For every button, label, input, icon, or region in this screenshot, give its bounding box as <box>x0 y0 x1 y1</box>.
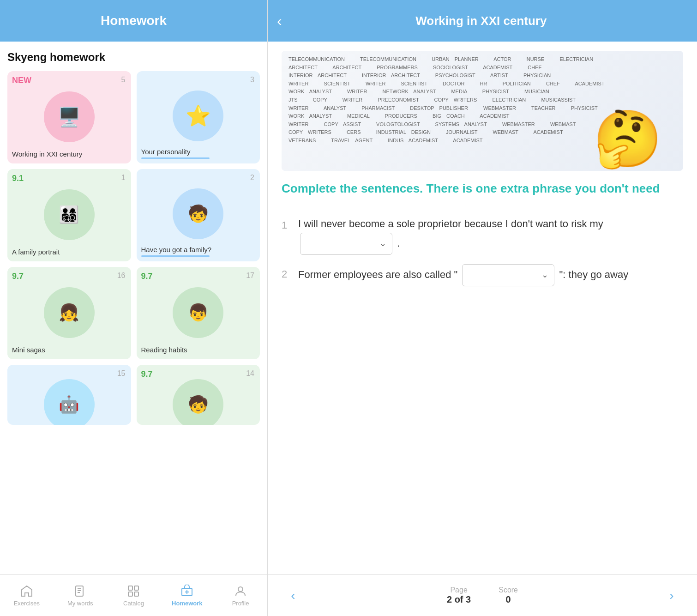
dropdown-2[interactable]: ⌄ <box>462 264 554 286</box>
illus-star: ⭐ <box>173 91 223 141</box>
card-label-5: Mini sagas <box>12 344 126 355</box>
svg-rect-1 <box>128 586 132 590</box>
left-content: Skyeng homework NEW 5 🖥️ Working in XXI … <box>0 42 267 574</box>
card-label-6: Reading habits <box>141 344 256 355</box>
right-panel: ‹ Working in XXI century TELECOMMUNICATI… <box>268 0 697 616</box>
illus-computer: 🖥️ <box>44 91 95 142</box>
svg-rect-2 <box>134 586 138 590</box>
card-badge-new: NEW <box>12 76 31 85</box>
svg-point-6 <box>238 587 243 592</box>
score-label: Score <box>499 586 518 594</box>
left-panel: Homework Skyeng homework NEW 5 🖥️ Workin… <box>0 0 268 616</box>
nav-item-mywords[interactable]: My words <box>62 584 99 607</box>
back-button[interactable]: ‹ <box>277 13 282 28</box>
card-count-2: 3 <box>250 76 254 84</box>
card-progress-4 <box>141 255 210 257</box>
card-label-2: Your personality <box>141 146 256 157</box>
card-image-4: 🧒 <box>141 183 256 244</box>
left-header-title: Homework <box>101 13 167 28</box>
illus-girl: 🧒 <box>173 188 223 239</box>
right-header: ‹ Working in XXI century <box>268 0 697 42</box>
thinking-person-emoji: 🤔 <box>593 111 662 166</box>
card-mini-sagas[interactable]: 9.7 16 👧 Mini sagas <box>7 267 131 359</box>
card-image-3: 👨‍👩‍👧‍👦 <box>12 183 126 246</box>
nav-label-profile: Profile <box>232 600 249 607</box>
dropdown-2-value <box>470 267 521 283</box>
card-image-1: 🖥️ <box>12 85 126 148</box>
exercise-num-1: 1 <box>282 215 291 233</box>
card-image-8: 🧒 <box>141 379 256 425</box>
right-content: TELECOMMUNICATION TELECOMMUNICATION URBA… <box>268 42 697 574</box>
section-title: Skyeng homework <box>7 51 260 64</box>
illus-boy: 👦 <box>173 287 223 338</box>
exercise-num-2: 2 <box>282 264 291 282</box>
card-image-7: 🤖 <box>12 379 126 425</box>
dropdown-1-value <box>308 236 359 252</box>
svg-rect-3 <box>128 592 132 596</box>
card-count-1: 5 <box>121 76 126 84</box>
card-badge-score-8: 9.7 <box>141 369 153 379</box>
card-image-6: 👦 <box>141 281 256 344</box>
card-count-8: 14 <box>246 369 254 378</box>
nav-label-mywords: My words <box>67 600 93 607</box>
dropdown-1[interactable]: ⌄ <box>300 233 392 255</box>
card-family-portrait[interactable]: 9.1 1 👨‍👩‍👧‍👦 A family portrait <box>7 169 131 261</box>
page-label: Page <box>450 586 467 594</box>
card-progress-2 <box>141 157 210 159</box>
svg-rect-4 <box>134 592 138 596</box>
card-grid: NEW 5 🖥️ Working in XXI century · 3 ⭐ <box>7 71 260 425</box>
nav-item-homework[interactable]: Homework <box>168 584 205 607</box>
card-got-family[interactable]: · 2 🧒 Have you got a family? <box>137 169 260 261</box>
nav-label-catalog: Catalog <box>123 600 144 607</box>
card-badge-score-3: 9.1 <box>12 174 24 183</box>
task-instruction: Complete the sentences. There is one ext… <box>282 180 683 197</box>
catalog-icon <box>126 584 140 598</box>
card-label-3: A family portrait <box>12 246 126 257</box>
card-image-2: ⭐ <box>141 85 256 146</box>
left-header: Homework <box>0 0 267 42</box>
dropdown-1-arrow: ⌄ <box>379 236 386 251</box>
card-extra1[interactable]: · 15 🤖 <box>7 365 131 425</box>
mywords-icon <box>73 584 87 598</box>
right-bottom-bar: ‹ Page 2 of 3 Score 0 › <box>268 574 697 616</box>
card-count-6: 17 <box>246 272 254 280</box>
exercise-list: 1 I will never become a sole proprietor … <box>282 211 683 290</box>
card-extra2[interactable]: 9.7 14 🧒 <box>137 365 260 425</box>
prev-page-button[interactable]: ‹ <box>282 584 305 607</box>
nav-label-exercises: Exercises <box>14 600 40 607</box>
nav-item-catalog[interactable]: Catalog <box>115 584 152 607</box>
card-count-4: 2 <box>250 174 254 182</box>
exercise-item-1: 1 I will never become a sole proprietor … <box>282 211 683 259</box>
word-cloud: TELECOMMUNICATION TELECOMMUNICATION URBA… <box>282 51 683 171</box>
nav-item-exercises[interactable]: Exercises <box>8 584 45 607</box>
score-value: 0 <box>506 594 511 605</box>
exercise-text-1: I will never become a sole proprietor be… <box>298 215 683 254</box>
bottom-nav: Exercises My words Catalog <box>0 574 267 616</box>
page-value: 2 of 3 <box>447 594 471 605</box>
exercise-item-2: 2 Former employees are also called " ⌄ "… <box>282 260 683 291</box>
card-count-3: 1 <box>121 174 126 182</box>
word-cloud-person: 🤔 <box>582 55 674 166</box>
card-count-5: 16 <box>117 272 126 280</box>
next-page-button[interactable]: › <box>660 584 683 607</box>
homework-icon <box>180 584 194 598</box>
exercise-text-2: Former employees are also called " ⌄ ": … <box>298 264 683 286</box>
exercises-icon <box>20 584 34 598</box>
illus-robot: 🤖 <box>44 379 95 425</box>
card-personality[interactable]: · 3 ⭐ Your personality <box>137 71 260 163</box>
page-info: Page 2 of 3 <box>447 586 471 605</box>
nav-item-profile[interactable]: Profile <box>222 584 259 607</box>
card-xxi[interactable]: NEW 5 🖥️ Working in XXI century <box>7 71 131 163</box>
nav-label-homework: Homework <box>172 600 202 607</box>
score-info: Score 0 <box>499 586 518 605</box>
card-reading[interactable]: 9.7 17 👦 Reading habits <box>137 267 260 359</box>
illus-girl2: 👧 <box>44 287 95 338</box>
hero-image: TELECOMMUNICATION TELECOMMUNICATION URBA… <box>282 51 683 171</box>
illus-family: 👨‍👩‍👧‍👦 <box>44 189 95 240</box>
right-header-title: Working in XXI century <box>289 14 688 28</box>
card-label-1: Working in XXI century <box>12 148 126 159</box>
page-score: Page 2 of 3 Score 0 <box>447 586 518 605</box>
card-badge-score-5: 9.7 <box>12 272 24 281</box>
illus-kid: 🧒 <box>173 379 223 425</box>
card-image-5: 👧 <box>12 281 126 344</box>
